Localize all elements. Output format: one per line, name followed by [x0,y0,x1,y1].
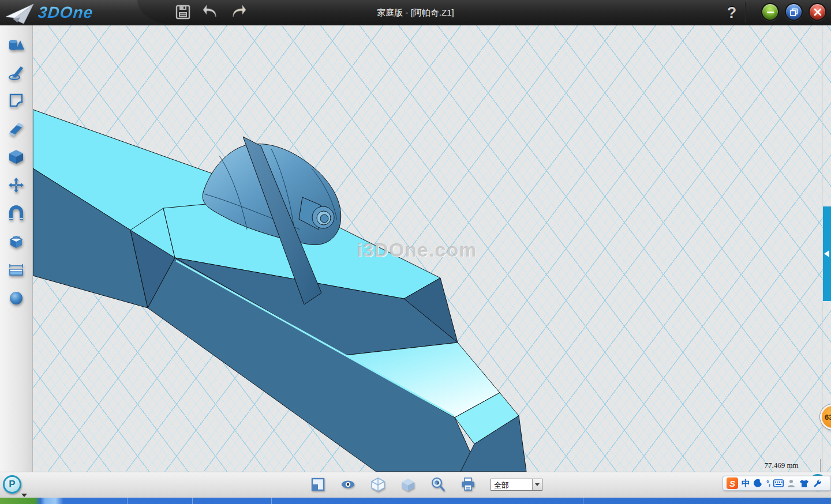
visibility-eye-button[interactable] [340,477,355,492]
app-logo-text: 3DOne [37,3,94,22]
display-filter-value: 全部 [491,479,532,490]
close-button[interactable] [808,3,826,21]
ime-toolbar: S 中 °, [723,476,831,491]
viewport-right-border [822,25,822,472]
property-dropdown-arrow[interactable] [21,494,27,497]
notification-count: 63 [822,413,831,422]
chevron-left-icon [824,250,829,257]
status-bar: P [0,472,831,498]
paper-plane-icon [5,1,35,24]
3d-viewport[interactable] [33,25,831,472]
taskbar-separator [271,498,272,504]
primitives-icon[interactable] [6,35,27,55]
undo-button[interactable] [201,2,220,22]
taskbar-separator [192,498,193,504]
move-arrows-icon[interactable] [6,175,27,195]
title-bar: 3DOne [0,0,831,25]
dropdown-button[interactable] [532,479,542,490]
sketch-plane-icon[interactable] [6,90,27,111]
wireframe-display-button[interactable] [370,477,385,492]
left-tool-palette [0,25,33,472]
zoom-lens-button[interactable] [431,477,446,492]
print-button[interactable] [461,477,476,492]
maximize-button[interactable] [785,3,803,21]
collapse-panel-tab[interactable] [823,206,831,301]
magnet-snap-icon[interactable] [6,203,27,224]
sketch-pen-icon[interactable] [6,62,27,83]
save-button[interactable] [173,2,193,22]
redo-button[interactable] [229,2,248,22]
minimize-button[interactable] [761,3,779,21]
skin-tshirt-icon[interactable] [799,479,809,488]
render-sphere-icon[interactable] [6,288,27,309]
measure-icon[interactable] [6,259,27,280]
fullwidth-moon-icon[interactable] [754,479,763,488]
shaded-display-button[interactable] [400,477,415,492]
3done-application-window: 3DOne [0,0,831,504]
ime-settings-wrench-icon[interactable] [813,479,822,488]
sogou-ime-icon[interactable]: S [727,477,738,489]
measurement-readout: 77.469 mm [750,461,813,471]
titlebar-separator [746,2,746,23]
user-lexicon-icon[interactable] [787,479,796,488]
feature-cube-icon[interactable] [6,146,27,167]
property-badge[interactable]: P [3,475,21,494]
app-logo: 3DOne [5,1,93,24]
view-corner-button[interactable] [310,477,325,492]
display-filter-dropdown[interactable]: 全部 [491,479,542,491]
punctuation-toggle[interactable]: °, [766,479,770,487]
language-mode-toggle[interactable]: 中 [742,478,750,489]
measurement-separator [820,459,821,472]
soft-keyboard-icon[interactable] [773,479,784,487]
taskbar-separator [127,498,128,504]
windows-taskbar-strip [0,498,831,504]
taskbar-separator [583,498,583,504]
trim-eraser-icon[interactable] [6,119,27,140]
chevron-down-icon [535,483,540,486]
help-button[interactable]: ? [723,2,741,23]
material-box-icon[interactable] [6,231,27,252]
